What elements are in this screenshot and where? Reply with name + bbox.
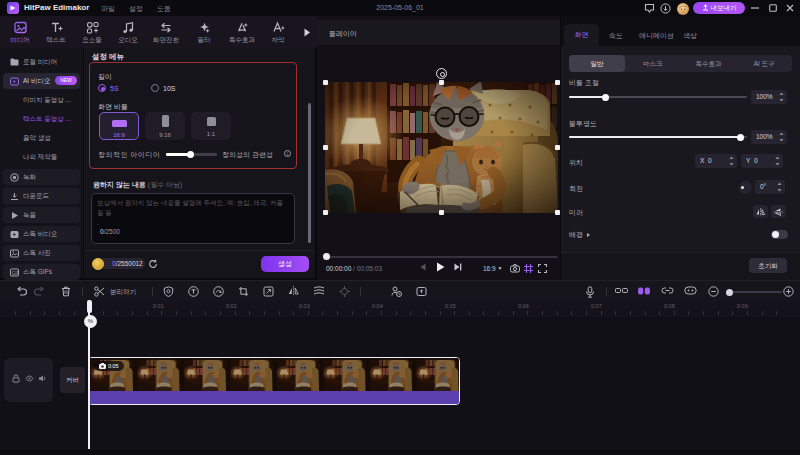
svg-text:GIF: GIF xyxy=(12,271,19,276)
